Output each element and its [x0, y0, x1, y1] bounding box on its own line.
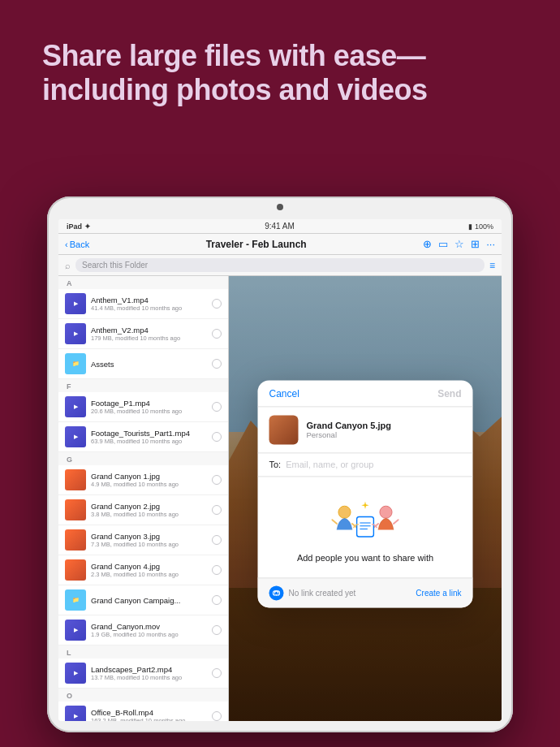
file-info: Anthem_V1.mp4 41.4 MB, modified 10 month… [91, 296, 207, 312]
modal-file-name: Grand Canyon 5.jpg [307, 421, 392, 430]
svg-line-1 [332, 520, 337, 524]
file-thumbnail: ▶ [65, 396, 86, 417]
file-info: Grand Canyon Campaig... [91, 596, 207, 605]
list-item[interactable]: 📁 Assets [58, 349, 228, 379]
add-person-icon[interactable]: ⊕ [423, 238, 432, 250]
list-item[interactable]: ▶ Footage_Tourists_Part1.mp4 63.9 MB, mo… [58, 422, 228, 452]
file-name: Footage_P1.mp4 [91, 399, 207, 408]
list-item[interactable]: ▶ Anthem_V2.mp4 179 MB, modified 10 mont… [58, 319, 228, 349]
file-select-radio[interactable] [212, 329, 222, 339]
modal-illustration: Add people you want to share with [258, 477, 473, 577]
tablet-icon[interactable]: ▭ [438, 238, 448, 250]
svg-point-3 [380, 506, 392, 518]
list-item[interactable]: ▶ Office_B-Roll.mp4 163.2 MB, modified 1… [58, 702, 228, 721]
modal-link-row: No link created yet Create a link [258, 577, 473, 607]
file-thumbnail: 📁 [65, 589, 86, 611]
modal-overlay: Cancel Send Grand Canyon 5.jpg Personal [229, 276, 502, 721]
file-thumbnail: ▶ [65, 706, 86, 721]
add-people-text: Add people you want to share with [297, 553, 433, 563]
file-thumbnail: ▶ [65, 663, 86, 684]
file-thumbnail: ▶ [65, 426, 86, 447]
chevron-left-icon: ‹ [65, 240, 68, 249]
content-area: A ▶ Anthem_V1.mp4 41.4 MB, modified 10 m… [58, 276, 502, 721]
more-icon[interactable]: ··· [486, 238, 495, 250]
share-people-graphic [331, 494, 400, 553]
toolbar: ‹ Back Traveler - Feb Launch ⊕ ▭ ☆ ⊞ ··· [58, 234, 502, 255]
list-item[interactable]: Grand Canyon 3.jpg 7.3 MB, modified 10 m… [58, 525, 228, 555]
file-name: Landscapes_Part2.mp4 [91, 665, 207, 674]
list-item[interactable]: Grand Canyon 4.jpg 2.3 MB, modified 10 m… [58, 555, 228, 585]
file-select-radio[interactable] [212, 711, 222, 721]
status-bar: iPad ✦ 9:41 AM ▮ 100% [58, 219, 502, 234]
file-name: Grand Canyon 4.jpg [91, 562, 207, 571]
file-select-radio[interactable] [212, 432, 222, 442]
file-info: Grand Canyon 1.jpg 4.9 MB, modified 10 m… [91, 472, 207, 488]
file-select-radio[interactable] [212, 402, 222, 412]
link-icon [269, 585, 284, 600]
photo-preview: Cancel Send Grand Canyon 5.jpg Personal [229, 276, 502, 721]
file-name: Anthem_V1.mp4 [91, 296, 207, 304]
file-meta: 20.6 MB, modified 10 months ago [91, 408, 207, 415]
file-select-radio[interactable] [212, 668, 222, 678]
section-header-a: A [58, 276, 228, 289]
file-name: Anthem_V2.mp4 [91, 326, 207, 335]
no-link-text: No link created yet [289, 589, 356, 598]
toolbar-icons: ⊕ ▭ ☆ ⊞ ··· [423, 238, 495, 250]
file-select-radio[interactable] [212, 299, 222, 309]
grid-icon[interactable]: ⊞ [471, 238, 480, 250]
file-thumbnail [65, 469, 86, 490]
file-select-radio[interactable] [212, 505, 222, 515]
file-thumbnail: ▶ [65, 293, 86, 314]
star-icon[interactable]: ☆ [454, 238, 464, 250]
ipad-frame: iPad ✦ 9:41 AM ▮ 100% ‹ Back Traveler - … [47, 196, 513, 732]
file-select-radio[interactable] [212, 625, 222, 635]
modal-to-row: To: Email, name, or group [258, 453, 473, 477]
file-name: Grand Canyon 2.jpg [91, 502, 207, 511]
file-info: Office_B-Roll.mp4 163.2 MB, modified 10 … [91, 708, 207, 721]
file-info: Landscapes_Part2.mp4 13.7 MB, modified 1… [91, 665, 207, 681]
to-input[interactable]: Email, name, or group [286, 460, 461, 469]
file-info: Grand_Canyon.mov 1.9 GB, modified 10 mon… [91, 622, 207, 638]
file-select-radio[interactable] [212, 475, 222, 485]
status-bar-left: iPad ✦ [67, 222, 91, 231]
file-select-radio[interactable] [212, 595, 222, 605]
back-button[interactable]: ‹ Back [65, 240, 89, 249]
modal-file-details: Grand Canyon 5.jpg Personal [307, 421, 392, 439]
list-item[interactable]: ▶ Landscapes_Part2.mp4 13.7 MB, modified… [58, 658, 228, 689]
file-meta: 63.9 MB, modified 10 months ago [91, 438, 207, 445]
file-meta: 7.3 MB, modified 10 months ago [91, 541, 207, 548]
file-name: Footage_Tourists_Part1.mp4 [91, 429, 207, 438]
cancel-button[interactable]: Cancel [269, 388, 299, 399]
section-header-g: G [58, 452, 228, 465]
list-item[interactable]: ▶ Footage_P1.mp4 20.6 MB, modified 10 mo… [58, 392, 228, 422]
file-info: Grand Canyon 3.jpg 7.3 MB, modified 10 m… [91, 532, 207, 548]
send-button[interactable]: Send [437, 388, 461, 399]
file-info: Footage_P1.mp4 20.6 MB, modified 10 mont… [91, 399, 207, 415]
list-item[interactable]: Grand Canyon 2.jpg 3.8 MB, modified 10 m… [58, 495, 228, 525]
file-info: Grand Canyon 4.jpg 2.3 MB, modified 10 m… [91, 562, 207, 578]
list-view-icon[interactable]: ≡ [489, 260, 495, 271]
list-item[interactable]: ▶ Grand_Canyon.mov 1.9 GB, modified 10 m… [58, 615, 228, 646]
file-name: Grand Canyon 1.jpg [91, 472, 207, 481]
file-meta: 3.8 MB, modified 10 months ago [91, 511, 207, 518]
file-meta: 41.4 MB, modified 10 months ago [91, 304, 207, 312]
file-meta: 13.7 MB, modified 10 months ago [91, 674, 207, 681]
list-item[interactable]: Grand Canyon 1.jpg 4.9 MB, modified 10 m… [58, 465, 228, 495]
svg-rect-6 [357, 516, 374, 537]
file-meta: 179 MB, modified 10 months ago [91, 335, 207, 342]
search-bar: ⌕ Search this Folder ≡ [58, 255, 502, 276]
file-thumbnail: ▶ [65, 323, 86, 344]
file-select-radio[interactable] [212, 565, 222, 575]
status-bar-time: 9:41 AM [265, 222, 295, 231]
search-input[interactable]: Search this Folder [75, 258, 485, 272]
list-item[interactable]: 📁 Grand Canyon Campaig... [58, 585, 228, 615]
file-select-radio[interactable] [212, 535, 222, 545]
ipad-camera [277, 204, 283, 210]
list-item[interactable]: ▶ Anthem_V1.mp4 41.4 MB, modified 10 mon… [58, 289, 228, 319]
create-link-button[interactable]: Create a link [416, 589, 461, 598]
toolbar-title: Traveler - Feb Launch [94, 239, 418, 250]
back-label: Back [70, 240, 89, 249]
file-info: Footage_Tourists_Part1.mp4 63.9 MB, modi… [91, 429, 207, 445]
modal-file-info: Grand Canyon 5.jpg Personal [258, 407, 473, 453]
file-select-radio[interactable] [212, 359, 222, 369]
